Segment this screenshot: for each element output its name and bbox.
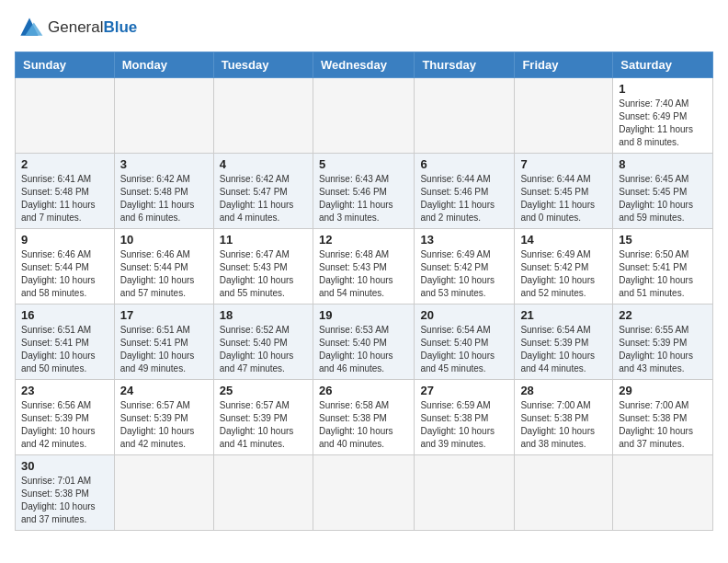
weekday-header-monday: Monday bbox=[114, 52, 213, 78]
day-number: 24 bbox=[120, 384, 208, 397]
day-info: Sunrise: 6:45 AM Sunset: 5:45 PM Dayligh… bbox=[619, 173, 707, 224]
empty-day-cell bbox=[213, 78, 313, 154]
calendar-day-cell: 3Sunrise: 6:42 AM Sunset: 5:48 PM Daylig… bbox=[114, 154, 213, 229]
day-number: 4 bbox=[220, 157, 307, 171]
calendar-week-row: 2Sunrise: 6:41 AM Sunset: 5:48 PM Daylig… bbox=[16, 154, 713, 229]
day-info: Sunrise: 6:43 AM Sunset: 5:46 PM Dayligh… bbox=[319, 173, 408, 224]
calendar-day-cell: 10Sunrise: 6:46 AM Sunset: 5:44 PM Dayli… bbox=[114, 229, 213, 304]
day-info: Sunrise: 7:00 AM Sunset: 5:38 PM Dayligh… bbox=[619, 399, 707, 451]
calendar-day-cell: 16Sunrise: 6:51 AM Sunset: 5:41 PM Dayli… bbox=[16, 304, 115, 380]
empty-day-cell bbox=[213, 455, 313, 531]
calendar-day-cell: 4Sunrise: 6:42 AM Sunset: 5:47 PM Daylig… bbox=[213, 154, 313, 229]
day-number: 23 bbox=[21, 384, 108, 397]
calendar-day-cell: 6Sunrise: 6:44 AM Sunset: 5:46 PM Daylig… bbox=[415, 154, 515, 229]
day-info: Sunrise: 6:50 AM Sunset: 5:41 PM Dayligh… bbox=[619, 248, 707, 300]
day-info: Sunrise: 6:54 AM Sunset: 5:40 PM Dayligh… bbox=[420, 324, 508, 375]
calendar-week-row: 9Sunrise: 6:46 AM Sunset: 5:44 PM Daylig… bbox=[16, 229, 713, 304]
day-info: Sunrise: 7:00 AM Sunset: 5:38 PM Dayligh… bbox=[520, 399, 607, 451]
empty-day-cell bbox=[613, 455, 713, 531]
weekday-header-saturday: Saturday bbox=[613, 52, 713, 78]
calendar-day-cell: 28Sunrise: 7:00 AM Sunset: 5:38 PM Dayli… bbox=[515, 380, 613, 455]
empty-day-cell bbox=[515, 455, 613, 531]
calendar-day-cell: 7Sunrise: 6:44 AM Sunset: 5:45 PM Daylig… bbox=[515, 154, 613, 229]
calendar-day-cell: 15Sunrise: 6:50 AM Sunset: 5:41 PM Dayli… bbox=[613, 229, 713, 304]
calendar-day-cell: 11Sunrise: 6:47 AM Sunset: 5:43 PM Dayli… bbox=[213, 229, 313, 304]
empty-day-cell bbox=[415, 455, 515, 531]
day-number: 17 bbox=[120, 308, 208, 322]
day-info: Sunrise: 6:57 AM Sunset: 5:39 PM Dayligh… bbox=[220, 399, 307, 451]
calendar-day-cell: 17Sunrise: 6:51 AM Sunset: 5:41 PM Dayli… bbox=[114, 304, 213, 380]
calendar-day-cell: 25Sunrise: 6:57 AM Sunset: 5:39 PM Dayli… bbox=[213, 380, 313, 455]
day-info: Sunrise: 6:57 AM Sunset: 5:39 PM Dayligh… bbox=[120, 399, 208, 451]
day-number: 22 bbox=[619, 308, 707, 322]
calendar-day-cell: 12Sunrise: 6:48 AM Sunset: 5:43 PM Dayli… bbox=[313, 229, 414, 304]
day-info: Sunrise: 6:51 AM Sunset: 5:41 PM Dayligh… bbox=[21, 324, 108, 375]
calendar-week-row: 30Sunrise: 7:01 AM Sunset: 5:38 PM Dayli… bbox=[16, 455, 713, 531]
day-info: Sunrise: 6:56 AM Sunset: 5:39 PM Dayligh… bbox=[21, 399, 108, 451]
day-number: 26 bbox=[319, 384, 408, 397]
calendar-week-row: 23Sunrise: 6:56 AM Sunset: 5:39 PM Dayli… bbox=[16, 380, 713, 455]
calendar-day-cell: 29Sunrise: 7:00 AM Sunset: 5:38 PM Dayli… bbox=[613, 380, 713, 455]
day-info: Sunrise: 6:58 AM Sunset: 5:38 PM Dayligh… bbox=[319, 399, 408, 451]
calendar-day-cell: 14Sunrise: 6:49 AM Sunset: 5:42 PM Dayli… bbox=[515, 229, 613, 304]
day-info: Sunrise: 6:51 AM Sunset: 5:41 PM Dayligh… bbox=[120, 324, 208, 375]
day-info: Sunrise: 6:47 AM Sunset: 5:43 PM Dayligh… bbox=[220, 248, 307, 300]
day-info: Sunrise: 6:42 AM Sunset: 5:47 PM Dayligh… bbox=[220, 173, 307, 224]
calendar-day-cell: 30Sunrise: 7:01 AM Sunset: 5:38 PM Dayli… bbox=[16, 455, 115, 531]
day-number: 20 bbox=[420, 308, 508, 322]
empty-day-cell bbox=[114, 78, 213, 154]
day-number: 29 bbox=[619, 384, 707, 397]
logo-text: GeneralBlue bbox=[48, 18, 137, 37]
calendar-day-cell: 24Sunrise: 6:57 AM Sunset: 5:39 PM Dayli… bbox=[114, 380, 213, 455]
day-info: Sunrise: 6:53 AM Sunset: 5:40 PM Dayligh… bbox=[319, 324, 408, 375]
empty-day-cell bbox=[515, 78, 613, 154]
weekday-header-tuesday: Tuesday bbox=[213, 52, 313, 78]
day-info: Sunrise: 6:44 AM Sunset: 5:46 PM Dayligh… bbox=[420, 173, 508, 224]
day-info: Sunrise: 6:46 AM Sunset: 5:44 PM Dayligh… bbox=[120, 248, 208, 300]
empty-day-cell bbox=[313, 455, 414, 531]
day-number: 1 bbox=[619, 82, 707, 96]
day-number: 10 bbox=[120, 233, 208, 247]
calendar-day-cell: 5Sunrise: 6:43 AM Sunset: 5:46 PM Daylig… bbox=[313, 154, 414, 229]
day-number: 5 bbox=[319, 157, 408, 171]
calendar-day-cell: 18Sunrise: 6:52 AM Sunset: 5:40 PM Dayli… bbox=[213, 304, 313, 380]
day-number: 7 bbox=[520, 157, 607, 171]
day-info: Sunrise: 6:49 AM Sunset: 5:42 PM Dayligh… bbox=[420, 248, 508, 300]
day-number: 28 bbox=[520, 384, 607, 397]
day-info: Sunrise: 6:52 AM Sunset: 5:40 PM Dayligh… bbox=[220, 324, 307, 375]
empty-day-cell bbox=[313, 78, 414, 154]
calendar-day-cell: 21Sunrise: 6:54 AM Sunset: 5:39 PM Dayli… bbox=[515, 304, 613, 380]
day-number: 11 bbox=[220, 233, 307, 247]
day-info: Sunrise: 7:40 AM Sunset: 6:49 PM Dayligh… bbox=[619, 98, 707, 149]
calendar-week-row: 1Sunrise: 7:40 AM Sunset: 6:49 PM Daylig… bbox=[16, 78, 713, 154]
day-number: 13 bbox=[420, 233, 508, 247]
weekday-header-row: SundayMondayTuesdayWednesdayThursdayFrid… bbox=[16, 52, 713, 78]
day-number: 14 bbox=[520, 233, 607, 247]
day-info: Sunrise: 6:59 AM Sunset: 5:38 PM Dayligh… bbox=[420, 399, 508, 451]
day-number: 3 bbox=[120, 157, 208, 171]
day-info: Sunrise: 6:48 AM Sunset: 5:43 PM Dayligh… bbox=[319, 248, 408, 300]
calendar-table: SundayMondayTuesdayWednesdayThursdayFrid… bbox=[15, 52, 713, 531]
weekday-header-thursday: Thursday bbox=[415, 52, 515, 78]
day-info: Sunrise: 6:54 AM Sunset: 5:39 PM Dayligh… bbox=[520, 324, 607, 375]
day-number: 18 bbox=[220, 308, 307, 322]
day-number: 15 bbox=[619, 233, 707, 247]
calendar-day-cell: 1Sunrise: 7:40 AM Sunset: 6:49 PM Daylig… bbox=[613, 78, 713, 154]
weekday-header-wednesday: Wednesday bbox=[313, 52, 414, 78]
calendar-day-cell: 19Sunrise: 6:53 AM Sunset: 5:40 PM Dayli… bbox=[313, 304, 414, 380]
calendar-day-cell: 2Sunrise: 6:41 AM Sunset: 5:48 PM Daylig… bbox=[16, 154, 115, 229]
empty-day-cell bbox=[114, 455, 213, 531]
day-number: 16 bbox=[21, 308, 108, 322]
empty-day-cell bbox=[16, 78, 115, 154]
weekday-header-friday: Friday bbox=[515, 52, 613, 78]
day-info: Sunrise: 6:44 AM Sunset: 5:45 PM Dayligh… bbox=[520, 173, 607, 224]
day-info: Sunrise: 6:55 AM Sunset: 5:39 PM Dayligh… bbox=[619, 324, 707, 375]
calendar-day-cell: 20Sunrise: 6:54 AM Sunset: 5:40 PM Dayli… bbox=[415, 304, 515, 380]
empty-day-cell bbox=[415, 78, 515, 154]
day-number: 19 bbox=[319, 308, 408, 322]
weekday-header-sunday: Sunday bbox=[16, 52, 115, 78]
day-info: Sunrise: 6:41 AM Sunset: 5:48 PM Dayligh… bbox=[21, 173, 108, 224]
calendar-day-cell: 8Sunrise: 6:45 AM Sunset: 5:45 PM Daylig… bbox=[613, 154, 713, 229]
calendar-day-cell: 26Sunrise: 6:58 AM Sunset: 5:38 PM Dayli… bbox=[313, 380, 414, 455]
day-number: 6 bbox=[420, 157, 508, 171]
